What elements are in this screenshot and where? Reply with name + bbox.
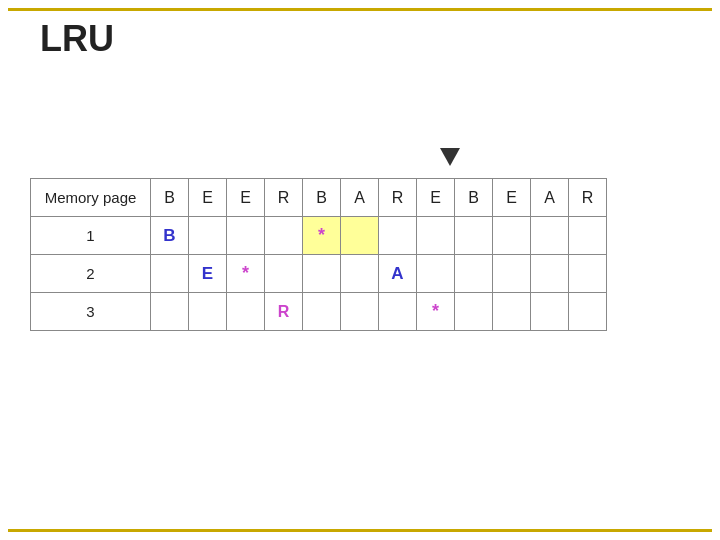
cell-r2-c10 bbox=[531, 293, 569, 331]
cell-r2-c11 bbox=[569, 293, 607, 331]
border-bottom bbox=[8, 529, 712, 532]
cell-r0-c10 bbox=[531, 217, 569, 255]
column-header-7: E bbox=[417, 179, 455, 217]
row-label-1: 2 bbox=[31, 255, 151, 293]
row-label-0: 1 bbox=[31, 217, 151, 255]
column-header-label: Memory page bbox=[31, 179, 151, 217]
cell-r1-c10 bbox=[531, 255, 569, 293]
cell-r0-c4: * bbox=[303, 217, 341, 255]
cell-r1-c2: * bbox=[227, 255, 265, 293]
cell-r2-c1 bbox=[189, 293, 227, 331]
column-header-2: E bbox=[227, 179, 265, 217]
cell-r0-c2 bbox=[227, 217, 265, 255]
cell-r2-c7: * bbox=[417, 293, 455, 331]
lru-table-container: Memory pageBEERBAREBEAR1B*2E*A3R* bbox=[30, 178, 607, 331]
cell-r1-c0 bbox=[151, 255, 189, 293]
column-header-9: E bbox=[493, 179, 531, 217]
cell-r1-c1: E bbox=[189, 255, 227, 293]
column-header-8: B bbox=[455, 179, 493, 217]
column-header-3: R bbox=[265, 179, 303, 217]
cell-r0-c3 bbox=[265, 217, 303, 255]
cell-r0-c8 bbox=[455, 217, 493, 255]
cell-r1-c5 bbox=[341, 255, 379, 293]
column-header-11: R bbox=[569, 179, 607, 217]
cell-r0-c9 bbox=[493, 217, 531, 255]
cell-r1-c3 bbox=[265, 255, 303, 293]
cell-r1-c4 bbox=[303, 255, 341, 293]
page-title: LRU bbox=[40, 18, 114, 60]
down-arrow-icon bbox=[440, 148, 460, 166]
cell-r1-c9 bbox=[493, 255, 531, 293]
cell-r2-c4 bbox=[303, 293, 341, 331]
cell-r1-c8 bbox=[455, 255, 493, 293]
cell-r0-c6 bbox=[379, 217, 417, 255]
cell-r2-c8 bbox=[455, 293, 493, 331]
cell-r1-c7 bbox=[417, 255, 455, 293]
column-header-0: B bbox=[151, 179, 189, 217]
cell-r2-c6 bbox=[379, 293, 417, 331]
column-header-6: R bbox=[379, 179, 417, 217]
cell-r2-c3: R bbox=[265, 293, 303, 331]
cell-r0-c0: B bbox=[151, 217, 189, 255]
column-header-1: E bbox=[189, 179, 227, 217]
border-top bbox=[8, 8, 712, 11]
column-header-4: B bbox=[303, 179, 341, 217]
cell-r0-c5 bbox=[341, 217, 379, 255]
row-label-2: 3 bbox=[31, 293, 151, 331]
lru-table: Memory pageBEERBAREBEAR1B*2E*A3R* bbox=[30, 178, 607, 331]
cell-r2-c9 bbox=[493, 293, 531, 331]
column-header-10: A bbox=[531, 179, 569, 217]
cell-r0-c11 bbox=[569, 217, 607, 255]
column-header-5: A bbox=[341, 179, 379, 217]
cell-r0-c7 bbox=[417, 217, 455, 255]
cell-r2-c2 bbox=[227, 293, 265, 331]
cell-r2-c5 bbox=[341, 293, 379, 331]
cell-r0-c1 bbox=[189, 217, 227, 255]
cell-r1-c6: A bbox=[379, 255, 417, 293]
cell-r1-c11 bbox=[569, 255, 607, 293]
cell-r2-c0 bbox=[151, 293, 189, 331]
